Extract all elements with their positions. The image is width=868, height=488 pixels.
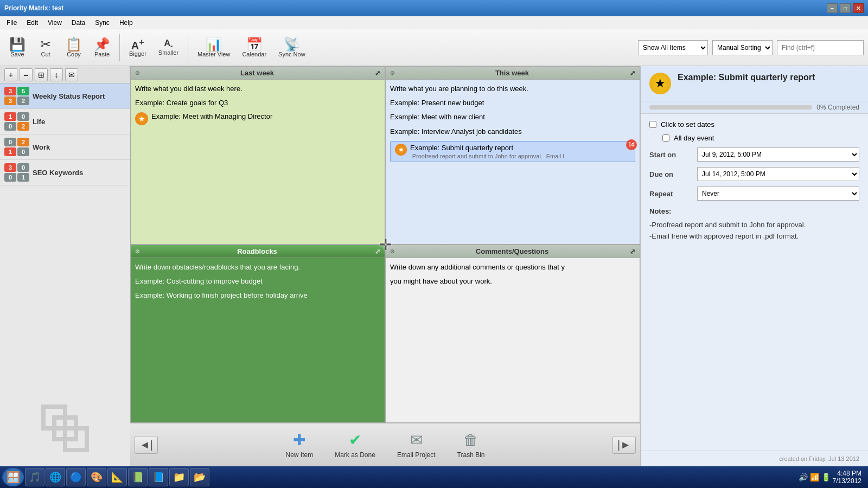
set-dates-checkbox[interactable] [649, 121, 656, 128]
minimize-button[interactable]: – [827, 3, 838, 13]
repeat-select[interactable]: Never Daily Weekly Monthly [697, 187, 859, 201]
start-on-select[interactable]: Jul 9, 2012, 5:00 PM [697, 147, 859, 162]
menu-data[interactable]: Data [67, 18, 90, 28]
calendar-icon: 📅 [246, 38, 263, 51]
title-bar: Priority Matrix: test – □ ✕ [0, 0, 868, 16]
badge: 0 [17, 112, 29, 121]
close-button[interactable]: ✕ [853, 3, 864, 13]
tray-icons: 🔊 📶 🔋 [799, 473, 831, 481]
expand-icon-cq[interactable]: ⤢ [630, 248, 635, 255]
list-item[interactable]: ★ Example: Meet with Managing Director [135, 112, 380, 125]
menu-sync[interactable]: Sync [91, 18, 114, 28]
sidebar-item-work[interactable]: 0 2 1 0 Work [0, 134, 130, 160]
taskbar-app-illustrator[interactable]: 🎨 [87, 468, 106, 486]
copy-button[interactable]: 📋 Copy [61, 35, 87, 60]
tray-icon-1: 🔊 [799, 473, 808, 481]
taskbar-app-explorer[interactable]: 📁 [169, 468, 189, 486]
quadrant-roadblocks: ⊙ Roadblocks ⤢ Write down obstacles/road… [130, 245, 385, 423]
collapse-button[interactable]: – [20, 68, 33, 81]
nav-prev-button[interactable]: ◄| [135, 436, 158, 454]
taskbar-app-music[interactable]: 🎵 [25, 468, 44, 486]
email-sidebar-button[interactable]: ✉ [65, 68, 78, 81]
paste-button[interactable]: 📌 Paste [89, 35, 115, 60]
badge: 1 [17, 173, 29, 182]
calendar-button[interactable]: 📅 Calendar [237, 35, 271, 60]
sidebar-item-weekly-status[interactable]: 3 5 3 2 Weekly Status Report [0, 84, 130, 109]
email-project-button[interactable]: ✉ Email Project [397, 431, 436, 459]
start-button[interactable]: 🪟 [2, 468, 24, 486]
taskbar-app-chrome[interactable]: 🔵 [66, 468, 86, 486]
sub-toolbar: + – ⊞ ↕ ✉ [0, 66, 130, 84]
expand-icon-rb[interactable]: ⤢ [375, 248, 380, 255]
all-day-checkbox[interactable] [662, 134, 669, 142]
sidebar-item-seo[interactable]: 3 0 0 1 SEO Keywords [0, 160, 130, 185]
quadrant-roadblocks-title: Roadblocks [237, 247, 277, 255]
due-on-select[interactable]: Jul 14, 2012, 5:00 PM [697, 167, 859, 181]
add-project-button[interactable]: + [4, 68, 17, 81]
taskbar-app-ie[interactable]: 🌐 [46, 468, 65, 486]
repeat-label: Repeat [649, 190, 693, 198]
taskbar-app-ps[interactable]: 📐 [107, 468, 127, 486]
notes-section: Notes: -Proofread report and submit to J… [649, 207, 859, 242]
badge: 1 [4, 147, 16, 156]
email-project-label: Email Project [397, 451, 436, 459]
overdue-badge: 1d [626, 139, 637, 150]
expand-icon[interactable]: ⤢ [375, 69, 380, 77]
mark-done-button[interactable]: ✔ Mark as Done [335, 431, 375, 459]
badge: 5 [17, 87, 29, 95]
nav-left-container: ◄| [135, 423, 158, 466]
sort-button[interactable]: ↕ [50, 68, 63, 81]
new-item-label: New Item [286, 451, 314, 459]
cut-button[interactable]: ✂ Cut [33, 35, 59, 60]
save-button[interactable]: 💾 Save [4, 35, 30, 60]
right-star-icon: ★ [649, 73, 671, 94]
nav-next-button[interactable]: |► [612, 436, 636, 454]
right-panel-body: Click to set dates All day event Start o… [641, 114, 868, 451]
taskbar-app-excel[interactable]: 📗 [128, 468, 148, 486]
sorting-select[interactable]: Manual Sorting Priority Sorting Date Sor… [712, 40, 773, 55]
resize-handle-tl[interactable]: ⊙ [135, 70, 139, 76]
resize-handle-tr[interactable]: ⊙ [390, 70, 394, 76]
right-panel-title-area: Example: Submit quarterly report [678, 73, 859, 82]
badge: 2 [17, 97, 29, 105]
bigger-button[interactable]: A+ Bigger [124, 35, 151, 60]
resize-handle-br[interactable]: ⊙ [390, 248, 394, 254]
maximize-button[interactable]: □ [840, 3, 851, 13]
menu-help[interactable]: Help [115, 18, 137, 28]
menu-file[interactable]: File [2, 18, 21, 28]
notes-label: Notes: [649, 207, 859, 215]
master-view-button[interactable]: 📊 Master View [193, 35, 235, 60]
grid-button[interactable]: ⊞ [35, 68, 48, 81]
quadrant-lastweek-body: Write what you did last week here. Examp… [131, 80, 385, 244]
smaller-button[interactable]: A- Smaller [154, 36, 183, 59]
set-dates-label[interactable]: Click to set dates [661, 120, 714, 129]
show-items-select[interactable]: Show All Items Show Active Items Show Do… [638, 40, 708, 55]
toolbar-divider-2 [188, 34, 188, 61]
sync-now-button[interactable]: 📡 Sync Now [273, 35, 310, 60]
master-view-label: Master View [197, 51, 230, 57]
quadrant-lastweek-header: ⊙ Last week ⤢ [131, 67, 385, 80]
repeat-row: Repeat Never Daily Weekly Monthly [649, 187, 859, 201]
trash-bin-button[interactable]: 🗑 Trash Bin [457, 431, 485, 459]
project-name-weekly: Weekly Status Report [33, 92, 126, 100]
sidebar-item-life[interactable]: 1 0 0 2 Life [0, 109, 130, 134]
list-item-selected[interactable]: ★ Example: Submit quarterly report -Proo… [390, 141, 635, 162]
project-name-seo: SEO Keywords [33, 169, 126, 177]
list-item: Example: Create goals for Q3 [135, 98, 380, 108]
new-item-button[interactable]: ✚ New Item [286, 431, 314, 459]
sync-icon: 📡 [284, 38, 300, 51]
taskbar-app-folder[interactable]: 📂 [190, 468, 209, 486]
badge: 2 [17, 138, 29, 146]
all-day-label[interactable]: All day event [674, 134, 714, 142]
expand-icon-tw[interactable]: ⤢ [630, 69, 635, 77]
new-item-icon: ✚ [293, 431, 305, 449]
taskbar-app-word[interactable]: 📘 [149, 468, 168, 486]
list-item: Example: Cost-cutting to improve budget [135, 277, 380, 286]
quadrant-grid: ⊙ Last week ⤢ Write what you did last we… [130, 66, 640, 423]
item-title: Example: Submit quarterly report [410, 144, 564, 152]
badge: 0 [17, 163, 29, 172]
resize-handle-bl[interactable]: ⊙ [135, 248, 139, 254]
menu-edit[interactable]: Edit [22, 18, 42, 28]
search-input[interactable] [777, 40, 864, 55]
menu-view[interactable]: View [43, 18, 66, 28]
